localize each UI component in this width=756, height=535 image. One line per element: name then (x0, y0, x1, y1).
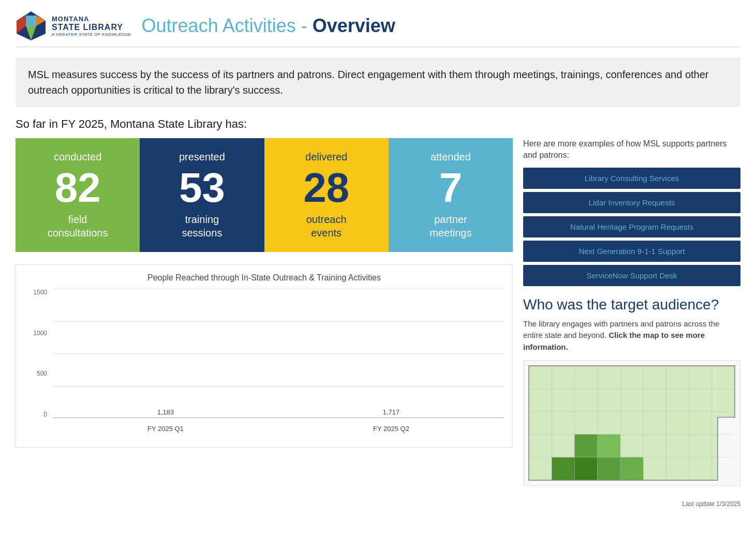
stat-label-3: outreachevents (306, 213, 347, 240)
stat-number-1: 82 (55, 167, 101, 209)
montana-map[interactable] (523, 360, 740, 488)
svg-rect-20 (552, 457, 574, 480)
stat-label-4: partnermeetings (429, 213, 471, 240)
more-examples-title: Here are more examples of how MSL suppor… (523, 138, 740, 161)
chart-bars-container: 1,183 1,717 (53, 289, 504, 418)
so-far-label: So far in FY 2025, Montana State Library… (16, 117, 740, 131)
svg-rect-21 (574, 457, 597, 480)
last-update: Last update 1/3/2025 (682, 500, 740, 508)
y-label-1500: 1500 (33, 289, 47, 296)
map-svg[interactable] (523, 360, 740, 486)
logo-icon (16, 10, 47, 41)
y-label-0: 0 (43, 411, 47, 418)
stat-action-1: conducted (54, 151, 101, 163)
audience-desc: The library engages with partners and pa… (523, 318, 740, 353)
logo: MONTANA STATE LIBRARY A GREATER STATE OF… (16, 10, 131, 41)
stat-card-outreach: delivered 28 outreachevents (264, 138, 389, 252)
link-servicenow[interactable]: ServiceNow Support Desk (523, 265, 740, 286)
audience-title: Who was the target audience? (523, 296, 740, 313)
stat-label-2: trainingsessions (182, 213, 222, 240)
chart-bar-group-1: 1,183 (73, 408, 258, 418)
chart-section: People Reached through In-State Outreach… (16, 264, 513, 448)
page-title-prefix: Outreach Activities - (142, 15, 313, 36)
chart-x-axis: FY 2025 Q1 FY 2025 Q2 (53, 418, 504, 439)
stat-action-2: presented (179, 151, 225, 163)
svg-rect-19 (574, 435, 597, 457)
stat-number-3: 28 (303, 167, 349, 209)
stat-number-4: 7 (439, 167, 463, 209)
chart-bar-group-2: 1,717 (299, 408, 483, 418)
stat-card-partner: attended 7 partnermeetings (389, 138, 513, 252)
logo-tagline: A GREATER STATE OF KNOWLEDGE (52, 32, 131, 37)
right-section: Here are more examples of how MSL suppor… (523, 138, 740, 488)
x-label-q2: FY 2025 Q2 (299, 425, 483, 433)
page-title-bold: Overview (313, 15, 395, 36)
svg-marker-3 (26, 16, 36, 26)
stat-label-1: fieldconsultations (48, 213, 108, 240)
y-label-500: 500 (37, 370, 47, 377)
svg-rect-23 (620, 457, 643, 480)
link-natural-heritage[interactable]: Natural Heritage Program Requests (523, 216, 740, 237)
logo-montana: MONTANA (52, 15, 131, 23)
bar-value-1: 1,183 (157, 408, 174, 416)
bar-value-2: 1,717 (383, 408, 400, 416)
footer: Last update 1/3/2025 (16, 496, 740, 508)
link-lidar[interactable]: Lidar Inventory Requests (523, 192, 740, 213)
link-911[interactable]: Next Generation 9-1-1 Support (523, 241, 740, 262)
page-header: MONTANA STATE LIBRARY A GREATER STATE OF… (16, 10, 740, 47)
intro-section: MSL measures success by the success of i… (16, 57, 740, 107)
intro-text: MSL measures success by the success of i… (28, 67, 728, 98)
chart-y-axis: 1500 1000 500 0 (24, 289, 50, 418)
stat-action-4: attended (431, 151, 471, 163)
chart-title: People Reached through In-State Outreach… (24, 273, 504, 283)
svg-rect-22 (598, 457, 620, 480)
logo-state-library: STATE LIBRARY (52, 23, 131, 32)
main-content: conducted 82 fieldconsultations presente… (16, 138, 740, 488)
left-section: conducted 82 fieldconsultations presente… (16, 138, 513, 488)
logo-text: MONTANA STATE LIBRARY A GREATER STATE OF… (52, 15, 131, 37)
link-library-consulting[interactable]: Library Consulting Services (523, 168, 740, 189)
svg-rect-24 (598, 435, 620, 457)
stat-number-2: 53 (179, 167, 225, 209)
page-title: Outreach Activities - Overview (142, 15, 395, 37)
stat-card-training: presented 53 trainingsessions (140, 138, 264, 252)
x-label-q1: FY 2025 Q1 (73, 425, 258, 433)
stats-row: conducted 82 fieldconsultations presente… (16, 138, 513, 252)
y-label-1000: 1000 (33, 330, 47, 337)
stat-action-3: delivered (305, 151, 347, 163)
stat-card-consultations: conducted 82 fieldconsultations (16, 138, 140, 252)
